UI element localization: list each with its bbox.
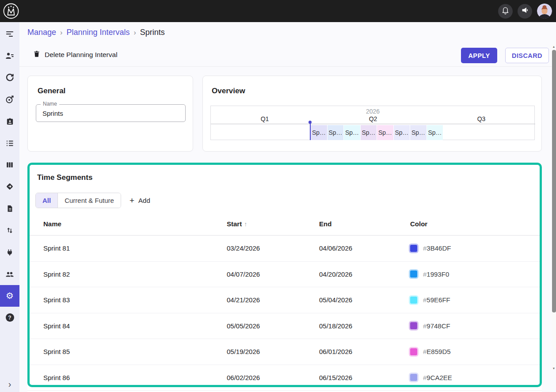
cell-end: 06/15/2026	[319, 374, 410, 381]
scroll-region: General Name Overview 2026 Q1 Q2 Q3	[19, 66, 556, 392]
timeline-sprint-chip[interactable]: Sp…	[427, 125, 443, 140]
cell-name: Sprint 84	[43, 322, 227, 330]
cell-start: 06/02/2026	[227, 374, 319, 381]
announcements-button[interactable]	[518, 4, 532, 19]
segments-table-header: Name Start↑ End Color	[27, 213, 542, 236]
breadcrumb: Manage › Planning Intervals › Sprints	[27, 28, 165, 37]
table-row[interactable]: Sprint 85 05/19/2026 06/01/2026 #E859D5	[27, 339, 542, 365]
tab-current-and-future[interactable]: Current & Future	[58, 193, 121, 208]
color-hex: 1993F0	[427, 270, 449, 278]
color-swatch	[410, 348, 417, 355]
plus-icon: +	[129, 196, 134, 205]
table-row[interactable]: Sprint 83 04/21/2026 05/04/2026 #59E6FF	[27, 287, 542, 313]
timeline-sprint-chip[interactable]: Sp…	[343, 125, 360, 140]
sort-asc-icon: ↑	[244, 221, 247, 228]
sidebar-item-person-list[interactable]	[0, 45, 19, 66]
target-arrow-icon	[5, 95, 14, 104]
cell-end: 05/04/2026	[319, 296, 410, 304]
sidebar-item-route[interactable]	[0, 176, 19, 198]
overview-card-title: Overview	[212, 87, 245, 95]
column-header-name[interactable]: Name	[43, 220, 227, 228]
sidebar-item-help[interactable]: ?	[0, 307, 19, 328]
timeline-year-label: 2026	[319, 108, 427, 115]
timeline-sprint-chip[interactable]: Sp…	[377, 125, 393, 140]
sidebar-item-filter-lines[interactable]	[0, 23, 19, 45]
breadcrumb-planning-intervals[interactable]: Planning Intervals	[66, 28, 129, 37]
today-marker	[308, 121, 312, 140]
badge-icon	[6, 117, 14, 126]
cell-name: Sprint 81	[43, 244, 227, 252]
moda-logo[interactable]	[2, 2, 20, 20]
person-list-icon	[5, 51, 14, 60]
sidebar-item-settings[interactable]: ⚙	[0, 285, 19, 307]
segments-table-body: Sprint 81 03/24/2026 04/06/2026 #3B46DF …	[27, 236, 542, 391]
color-swatch	[410, 322, 417, 329]
color-value: #59E6FF	[423, 296, 450, 304]
color-hex: E859D5	[427, 348, 450, 355]
cell-name: Sprint 85	[43, 348, 227, 355]
table-row[interactable]: Sprint 82 04/07/2026 04/20/2026 #1993F0	[27, 262, 542, 288]
column-header-start[interactable]: Start↑	[227, 220, 319, 228]
column-header-color[interactable]: Color	[410, 220, 526, 228]
vertical-scrollbar[interactable]: ▲ ▼	[552, 44, 556, 370]
timeline-sprint-chip[interactable]: Sp…	[327, 125, 344, 140]
filter-lines-icon	[5, 30, 14, 38]
tab-all[interactable]: All	[36, 193, 58, 208]
overview-card: Overview 2026 Q1 Q2 Q3 Sp… Sp… Sp… Sp… S…	[202, 76, 542, 152]
top-bar	[0, 0, 556, 22]
swap-vertical-icon	[6, 226, 14, 234]
chevron-right-icon[interactable]: ›	[0, 379, 19, 389]
name-input[interactable]	[36, 104, 186, 122]
notifications-button[interactable]	[498, 4, 513, 19]
scrollbar-up-arrow[interactable]: ▲	[552, 45, 556, 48]
delete-planning-interval-button[interactable]: Delete Planning Interval	[33, 50, 118, 60]
people-icon	[5, 270, 14, 278]
columns-icon	[6, 161, 14, 169]
scrollbar-thumb[interactable]	[552, 50, 556, 312]
sidebar-item-target[interactable]	[0, 88, 19, 110]
user-avatar[interactable]	[537, 4, 552, 19]
timeline-sprint-chip[interactable]: Sp…	[393, 125, 410, 140]
apply-button[interactable]: APPLY	[461, 48, 497, 63]
sidebar-item-swap[interactable]	[0, 220, 19, 241]
help-icon: ?	[6, 313, 14, 322]
sidebar-item-list[interactable]	[0, 132, 19, 154]
timeline-sprint-chip[interactable]: Sp…	[360, 125, 377, 140]
document-icon	[6, 205, 14, 213]
action-bar: Delete Planning Interval APPLY DISCARD	[19, 46, 556, 66]
cell-name: Sprint 83	[43, 296, 227, 304]
add-time-segment-button[interactable]: + Add	[126, 193, 154, 208]
plug-icon	[6, 248, 14, 256]
color-value: #9CA2EE	[423, 374, 452, 381]
breadcrumb-manage[interactable]: Manage	[27, 28, 56, 37]
color-value: #3B46DF	[423, 244, 451, 252]
table-row[interactable]: Sprint 84 05/05/2026 05/18/2026 #9748CF	[27, 313, 542, 339]
cell-color: #1993F0	[410, 270, 526, 278]
timeline-sprint-chip[interactable]: Sp…	[410, 125, 427, 140]
table-row[interactable]: Sprint 86 06/02/2026 06/15/2026 #9CA2EE	[27, 365, 542, 391]
segments-table: Name Start↑ End Color Sprint 81 03/24/20…	[27, 213, 542, 391]
cell-end: 04/06/2026	[319, 244, 410, 252]
table-row[interactable]: Sprint 81 03/24/2026 04/06/2026 #3B46DF	[27, 236, 542, 262]
column-header-end[interactable]: End	[319, 220, 410, 228]
sidebar-item-people[interactable]	[0, 263, 19, 285]
settings-gear-icon: ⚙	[6, 291, 14, 300]
sidebar-item-badge[interactable]	[0, 110, 19, 132]
cell-end: 05/18/2026	[319, 322, 410, 330]
sidebar-item-columns[interactable]	[0, 154, 19, 175]
timeline-sprint-chip[interactable]: Sp…	[310, 125, 327, 140]
sidebar-item-plug[interactable]	[0, 241, 19, 263]
scrollbar-down-arrow[interactable]: ▼	[552, 367, 556, 370]
color-hex: 3B46DF	[427, 244, 451, 252]
sidebar-item-sync[interactable]	[0, 67, 19, 88]
discard-button[interactable]: DISCARD	[505, 48, 549, 63]
cell-start: 05/19/2026	[227, 348, 319, 355]
breadcrumb-current-page: Sprints	[140, 28, 165, 37]
cell-start: 04/07/2026	[227, 270, 319, 278]
breadcrumb-separator: ›	[133, 29, 136, 37]
breadcrumb-separator: ›	[60, 29, 62, 37]
sidebar-item-document[interactable]	[0, 198, 19, 219]
bell-icon	[501, 6, 510, 16]
cell-color: #9748CF	[410, 322, 526, 330]
cell-color: #59E6FF	[410, 296, 526, 304]
